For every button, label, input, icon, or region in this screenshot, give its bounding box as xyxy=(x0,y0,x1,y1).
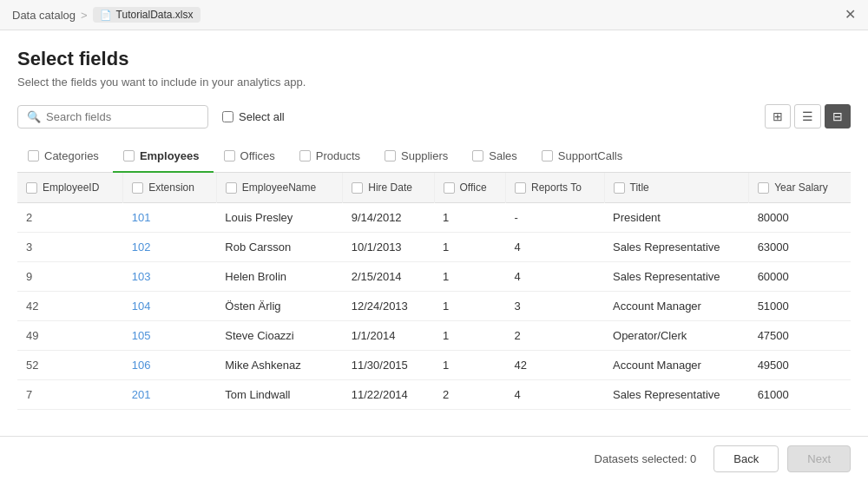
table-cell[interactable]: 102 xyxy=(123,233,217,262)
table-cell: 51000 xyxy=(749,292,851,321)
table-cell: 2/15/2014 xyxy=(343,262,434,292)
next-button: Next xyxy=(787,445,851,472)
grid-view-button[interactable]: ⊞ xyxy=(765,104,791,128)
table-cell[interactable]: 103 xyxy=(123,262,217,292)
table-cell[interactable]: 106 xyxy=(123,351,217,380)
table-cell: 9 xyxy=(17,262,123,292)
tab-sales[interactable]: Sales xyxy=(462,141,531,173)
table-cell[interactable]: 104 xyxy=(123,292,217,321)
table-cell[interactable]: 101 xyxy=(123,203,217,233)
col-header-extension: Extension xyxy=(123,173,217,203)
table-cell: Rob Carsson xyxy=(216,233,342,262)
tab-categories[interactable]: Categories xyxy=(17,141,113,173)
tab-supportcalls-label: SupportCalls xyxy=(558,149,622,162)
col-office-checkbox[interactable] xyxy=(444,182,455,194)
tab-categories-checkbox[interactable] xyxy=(28,150,39,161)
col-hiredate-checkbox[interactable] xyxy=(352,182,363,194)
datasets-selected-label: Datasets selected: 0 xyxy=(595,452,697,465)
back-button[interactable]: Back xyxy=(713,445,779,472)
col-header-salary: Year Salary xyxy=(749,173,851,203)
table-cell[interactable]: 201 xyxy=(123,380,217,410)
breadcrumb-file: 📄 TutorialData.xlsx xyxy=(93,7,201,23)
breadcrumb-separator: > xyxy=(81,9,88,22)
table-cell: 47500 xyxy=(749,321,851,351)
tab-supportcalls[interactable]: SupportCalls xyxy=(531,141,636,173)
table-cell: 9/14/2012 xyxy=(343,203,434,233)
table-cell: Steve Cioazzi xyxy=(216,321,342,351)
table-cell: 1 xyxy=(434,351,506,380)
tab-offices-checkbox[interactable] xyxy=(224,150,235,161)
breadcrumb: Data catalog > 📄 TutorialData.xlsx xyxy=(12,7,201,23)
table-cell: 1 xyxy=(434,233,506,262)
table-row: 52106Mike Ashkenaz11/30/2015142Account M… xyxy=(17,351,851,380)
search-box[interactable]: 🔍 xyxy=(17,105,208,128)
col-reportsto-checkbox[interactable] xyxy=(515,182,526,194)
table-row: 3102Rob Carsson10/1/201314Sales Represen… xyxy=(17,233,851,262)
table-cell: 4 xyxy=(506,380,605,410)
table-cell: 60000 xyxy=(749,262,851,292)
data-table: EmployeeID Extension EmployeeName xyxy=(17,173,851,410)
tab-suppliers-checkbox[interactable] xyxy=(385,150,396,161)
col-header-employeename: EmployeeName xyxy=(216,173,342,203)
table-cell: 49 xyxy=(17,321,123,351)
col-header-reportsto: Reports To xyxy=(506,173,605,203)
col-header-office: Office xyxy=(434,173,506,203)
toolbar-left: 🔍 Select all xyxy=(17,105,285,128)
col-header-title: Title xyxy=(604,173,749,203)
tab-products[interactable]: Products xyxy=(289,141,374,173)
main-content: Select fields Select the fields you want… xyxy=(0,30,868,449)
col-title-checkbox[interactable] xyxy=(614,182,625,194)
bottom-bar: Datasets selected: 0 Back Next xyxy=(0,436,868,481)
table-cell[interactable]: 105 xyxy=(123,321,217,351)
table-cell: 4 xyxy=(506,262,605,292)
tab-employees-label: Employees xyxy=(140,149,200,162)
table-cell: 80000 xyxy=(749,203,851,233)
table-cell: 1/1/2014 xyxy=(343,321,434,351)
file-icon: 📄 xyxy=(100,10,112,21)
table-cell: Louis Presley xyxy=(216,203,342,233)
table-cell: Operator/Clerk xyxy=(604,321,749,351)
table-cell: Sales Representative xyxy=(604,262,749,292)
tab-sales-checkbox[interactable] xyxy=(472,150,483,161)
table-row: 2101Louis Presley9/14/20121-President800… xyxy=(17,203,851,233)
table-cell: Sales Representative xyxy=(604,233,749,262)
table-view-button[interactable]: ⊟ xyxy=(825,104,851,128)
toolbar: 🔍 Select all ⊞ ☰ ⊟ xyxy=(17,104,851,128)
table-cell: 1 xyxy=(434,203,506,233)
tab-products-label: Products xyxy=(316,149,360,162)
table-cell: 2 xyxy=(17,203,123,233)
search-input[interactable] xyxy=(46,110,199,123)
table-cell: 10/1/2013 xyxy=(343,233,434,262)
table-cell: 4 xyxy=(506,233,605,262)
col-salary-checkbox[interactable] xyxy=(758,182,769,194)
tab-suppliers-label: Suppliers xyxy=(401,149,448,162)
tab-categories-label: Categories xyxy=(44,149,99,162)
view-toggle: ⊞ ☰ ⊟ xyxy=(765,104,851,128)
col-employeename-checkbox[interactable] xyxy=(226,182,237,194)
select-all-label: Select all xyxy=(239,110,285,123)
close-button[interactable]: ✕ xyxy=(845,8,856,22)
tab-offices[interactable]: Offices xyxy=(214,141,289,173)
table-row: 7201Tom Lindwall11/22/201424Sales Repres… xyxy=(17,380,851,410)
tab-sales-label: Sales xyxy=(489,149,517,162)
table-cell: President xyxy=(604,203,749,233)
table-cell: - xyxy=(506,203,605,233)
select-all-area[interactable]: Select all xyxy=(222,110,285,123)
tab-employees-checkbox[interactable] xyxy=(123,150,135,161)
tab-supportcalls-checkbox[interactable] xyxy=(542,150,553,161)
tab-offices-label: Offices xyxy=(240,149,275,162)
table-cell: Account Manager xyxy=(604,351,749,380)
tab-suppliers[interactable]: Suppliers xyxy=(374,141,462,173)
table-body: 2101Louis Presley9/14/20121-President800… xyxy=(17,203,851,410)
select-all-checkbox[interactable] xyxy=(222,111,233,122)
col-employeeid-checkbox[interactable] xyxy=(26,182,37,194)
tab-employees[interactable]: Employees xyxy=(113,141,214,173)
table-cell: 42 xyxy=(506,351,605,380)
tab-products-checkbox[interactable] xyxy=(299,150,311,161)
file-name: TutorialData.xlsx xyxy=(116,9,194,21)
list-view-button[interactable]: ☰ xyxy=(794,104,821,128)
col-extension-checkbox[interactable] xyxy=(132,182,143,194)
table-cell: Mike Ashkenaz xyxy=(216,351,342,380)
table-cell: 7 xyxy=(17,380,123,410)
table-row: 49105Steve Cioazzi1/1/201412Operator/Cle… xyxy=(17,321,851,351)
